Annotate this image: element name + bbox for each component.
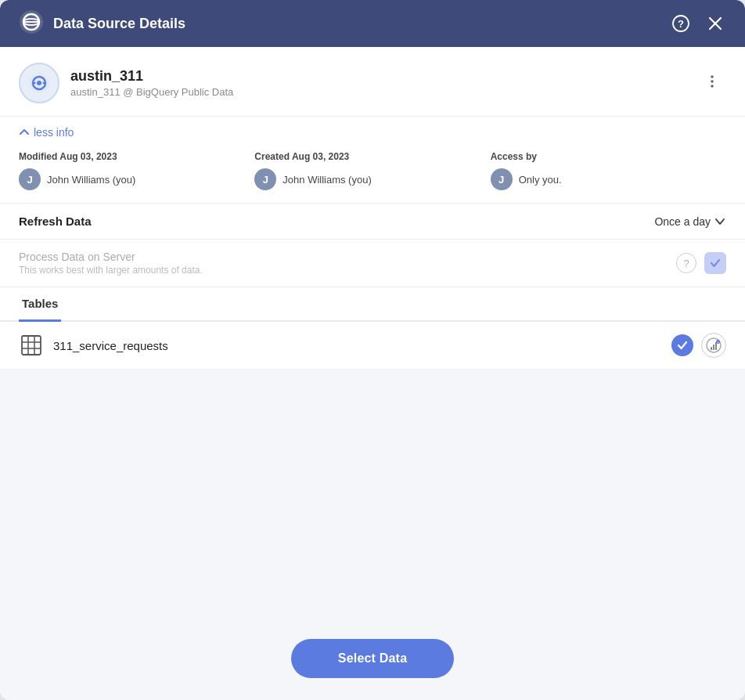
svg-point-13 (711, 75, 714, 78)
created-label: Created Aug 03, 2023 (254, 151, 490, 162)
access-label: Access by (491, 151, 726, 162)
table-check-icon[interactable] (671, 334, 693, 356)
svg-rect-16 (22, 336, 41, 355)
modified-label: Modified Aug 03, 2023 (19, 151, 254, 162)
tables-tab-bar: Tables (0, 287, 745, 322)
modal-footer: Select Data (0, 623, 745, 700)
table-chart-button[interactable]: + (701, 333, 726, 358)
help-button[interactable]: ? (670, 13, 692, 34)
svg-point-10 (37, 81, 41, 85)
svg-point-14 (711, 80, 714, 83)
close-button[interactable] (704, 13, 726, 34)
header-actions: ? (670, 13, 726, 34)
metadata-created: Created Aug 03, 2023 J John Williams (yo… (254, 151, 490, 190)
modal-header: Data Source Details ? (0, 0, 745, 47)
modal-container: Data Source Details ? (0, 0, 745, 700)
process-actions: ? (676, 252, 726, 274)
modal-title: Data Source Details (53, 16, 185, 32)
metadata-section: Modified Aug 03, 2023 J John Williams (y… (0, 139, 745, 204)
more-options-button[interactable] (698, 70, 726, 96)
modified-user-avatar: J (19, 168, 41, 190)
modified-user: J John Williams (you) (19, 168, 254, 190)
table-list: 311_service_requests (0, 322, 745, 370)
svg-point-15 (711, 85, 714, 88)
table-grid-icon (19, 333, 44, 358)
process-help-button[interactable]: ? (676, 253, 696, 273)
refresh-data-row: Refresh Data Once a day (0, 204, 745, 240)
process-info: Process Data on Server This works best w… (19, 251, 203, 276)
header-left: Data Source Details (19, 9, 185, 38)
metadata-modified: Modified Aug 03, 2023 J John Williams (y… (19, 151, 254, 190)
process-data-row: Process Data on Server This works best w… (0, 240, 745, 287)
tab-tables[interactable]: Tables (19, 287, 61, 322)
svg-rect-23 (713, 345, 714, 350)
table-row[interactable]: 311_service_requests (0, 322, 745, 370)
datasource-text: austin_311 austin_311 @ BigQuery Public … (70, 68, 233, 98)
datasource-info-left: austin_311 austin_311 @ BigQuery Public … (19, 63, 233, 103)
process-subtitle: This works best with larger amounts of d… (19, 265, 203, 276)
datasource-subtitle: austin_311 @ BigQuery Public Data (70, 86, 233, 98)
metadata-access: Access by J Only you. (491, 151, 726, 190)
svg-text:?: ? (678, 18, 684, 30)
table-item-actions: + (671, 333, 726, 358)
process-checkbox[interactable] (704, 252, 726, 274)
svg-rect-22 (711, 347, 712, 350)
less-info-button[interactable]: less info (19, 126, 74, 139)
created-user: J John Williams (you) (254, 168, 490, 190)
access-user: J Only you. (491, 168, 726, 190)
datasource-info-row: austin_311 austin_311 @ BigQuery Public … (0, 47, 745, 117)
modal-content: austin_311 austin_311 @ BigQuery Public … (0, 47, 745, 623)
created-username: John Williams (you) (283, 174, 371, 186)
access-username: Only you. (519, 174, 562, 186)
modified-username: John Williams (you) (47, 174, 135, 186)
refresh-select-button[interactable]: Once a day (654, 215, 726, 228)
bottom-empty-area (0, 370, 745, 623)
less-info-row: less info (0, 117, 745, 139)
datasource-avatar (19, 63, 59, 103)
created-user-avatar: J (254, 168, 276, 190)
process-title: Process Data on Server (19, 251, 203, 263)
refresh-label: Refresh Data (19, 215, 92, 228)
select-data-button[interactable]: Select Data (291, 639, 454, 678)
datasource-name: austin_311 (70, 68, 233, 85)
access-user-avatar: J (491, 168, 513, 190)
table-item-name: 311_service_requests (53, 339, 671, 352)
app-logo-icon (19, 9, 44, 38)
